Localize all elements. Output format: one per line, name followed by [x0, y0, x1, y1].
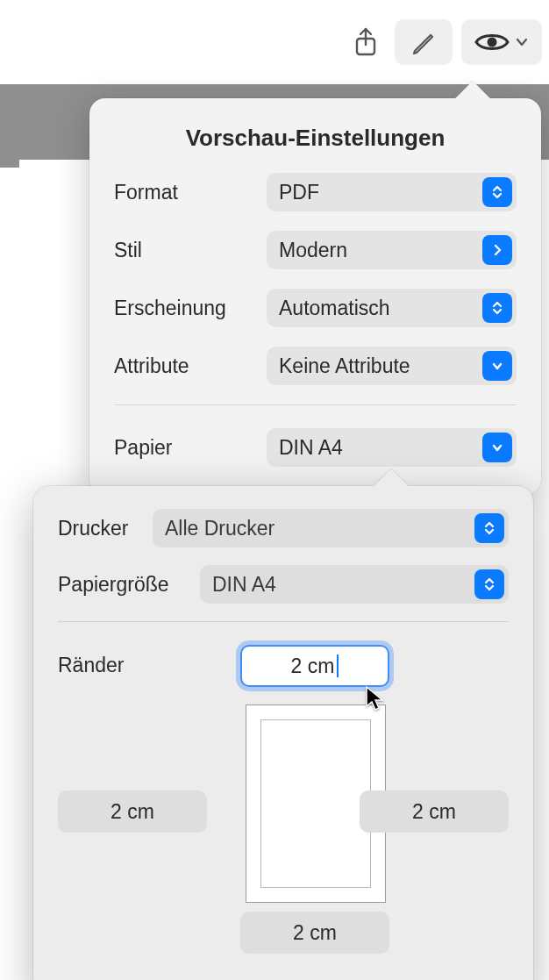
page-margin-preview-inner: [260, 719, 371, 888]
updown-icon: [482, 177, 512, 207]
style-value: Modern: [279, 239, 504, 262]
preview-settings-button[interactable]: [461, 19, 542, 65]
paper-settings-popover: Drucker Alle Drucker Papiergröße DIN A4 …: [33, 486, 533, 980]
papersize-select[interactable]: DIN A4: [200, 565, 509, 604]
updown-icon: [474, 513, 504, 543]
toolbar: [0, 0, 549, 84]
separator: [114, 404, 517, 405]
popover-title: Vorschau-Einstellungen: [89, 98, 541, 173]
paper-select[interactable]: DIN A4: [267, 428, 517, 467]
attributes-label: Attribute: [114, 354, 267, 378]
margin-right-value: 2 cm: [412, 800, 456, 824]
printer-value: Alle Drucker: [165, 517, 274, 540]
pencil-icon: [410, 28, 438, 56]
margin-right-input[interactable]: 2 cm: [360, 790, 509, 833]
margin-top-value: 2 cm: [291, 655, 335, 678]
text-caret: [337, 655, 339, 677]
format-label: Format: [114, 181, 267, 204]
format-value: PDF: [279, 181, 504, 204]
margins-block: Ränder 2 cm 2 cm 2 cm 2 cm: [58, 643, 509, 976]
updown-icon: [474, 569, 504, 599]
paper-value: DIN A4: [279, 436, 504, 460]
edit-button[interactable]: [395, 19, 453, 65]
share-button[interactable]: [346, 19, 386, 65]
margin-top-input[interactable]: 2 cm: [240, 645, 389, 687]
margin-bottom-input[interactable]: 2 cm: [240, 912, 389, 954]
svg-point-1: [488, 38, 497, 47]
chevron-down-icon: [515, 35, 529, 49]
margin-left-input[interactable]: 2 cm: [58, 790, 207, 833]
papersize-label: Papiergröße: [58, 573, 189, 597]
margin-left-value: 2 cm: [111, 800, 154, 824]
chevron-right-icon: [482, 235, 512, 265]
style-select[interactable]: Modern: [267, 231, 517, 269]
eye-icon: [474, 31, 510, 54]
chevron-down-icon: [482, 433, 512, 462]
format-select[interactable]: PDF: [267, 173, 517, 211]
margins-label: Ränder: [58, 654, 124, 677]
paper-label: Papier: [114, 436, 267, 460]
papersize-value: DIN A4: [212, 573, 276, 597]
chevron-down-icon: [482, 351, 512, 381]
mouse-cursor: [365, 685, 386, 717]
style-label: Stil: [114, 239, 267, 262]
updown-icon: [482, 293, 512, 323]
separator: [58, 621, 509, 622]
margin-bottom-value: 2 cm: [293, 921, 337, 945]
appearance-select[interactable]: Automatisch: [267, 289, 517, 327]
appearance-label: Erscheinung: [114, 297, 267, 320]
attributes-value: Keine Attribute: [279, 354, 504, 378]
printer-select[interactable]: Alle Drucker: [153, 509, 509, 547]
printer-label: Drucker: [58, 517, 142, 540]
attributes-select[interactable]: Keine Attribute: [267, 347, 517, 385]
appearance-value: Automatisch: [279, 297, 504, 320]
preview-settings-popover: Vorschau-Einstellungen Format PDF Stil M…: [89, 98, 541, 495]
share-icon: [353, 27, 378, 57]
